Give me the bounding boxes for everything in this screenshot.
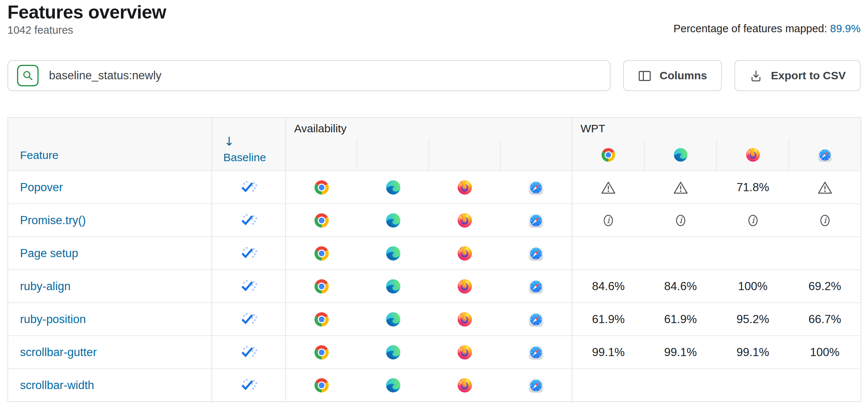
wpt-cell bbox=[717, 237, 789, 270]
wpt-cell: 99.1% bbox=[644, 336, 717, 369]
availability-cell bbox=[357, 303, 429, 336]
safari-icon bbox=[527, 250, 545, 256]
wpt-score: 84.6% bbox=[592, 280, 625, 293]
baseline-newly-available-icon bbox=[240, 382, 258, 388]
baseline-cell bbox=[212, 270, 286, 303]
toolbar: baseline_status:newly Columns Export to … bbox=[7, 60, 861, 91]
feature-count: 1042 features bbox=[7, 24, 166, 36]
wpt-cell: 61.9% bbox=[644, 303, 717, 336]
svg-text:i: i bbox=[752, 215, 755, 225]
baseline-newly-available-icon bbox=[240, 349, 258, 355]
column-group-wpt: WPT bbox=[572, 117, 861, 139]
baseline-newly-available-icon bbox=[240, 184, 258, 190]
mapped-value-link[interactable]: 89.9% bbox=[830, 23, 861, 34]
availability-subheader bbox=[500, 139, 572, 171]
warning-icon[interactable] bbox=[673, 184, 688, 190]
wpt-score: 99.1% bbox=[737, 346, 769, 359]
availability-cell bbox=[357, 336, 429, 369]
chrome-icon bbox=[313, 382, 330, 388]
availability-cell bbox=[286, 171, 357, 204]
info-icon[interactable]: i bbox=[602, 217, 615, 223]
table-row: Promise.try() bbox=[8, 204, 861, 237]
column-header-feature: Feature bbox=[8, 117, 212, 171]
feature-link[interactable]: ruby-position bbox=[20, 313, 86, 326]
safari-icon bbox=[527, 349, 545, 355]
info-icon[interactable]: i bbox=[674, 217, 687, 223]
search-input[interactable]: baseline_status:newly bbox=[49, 69, 161, 82]
chrome-icon bbox=[313, 217, 330, 223]
availability-cell bbox=[357, 270, 429, 303]
columns-button-label: Columns bbox=[660, 69, 707, 82]
availability-subheader bbox=[429, 139, 500, 171]
feature-cell: Page setup bbox=[8, 237, 212, 270]
wpt-cell bbox=[644, 369, 717, 402]
column-group-availability: Availability bbox=[286, 117, 572, 139]
feature-cell: Promise.try() bbox=[8, 204, 212, 237]
table-row: scrollbar-width bbox=[8, 369, 861, 402]
wpt-cell: i bbox=[572, 204, 644, 237]
export-csv-button[interactable]: Export to CSV bbox=[734, 60, 861, 91]
availability-cell bbox=[500, 171, 572, 204]
wpt-cell bbox=[717, 369, 789, 402]
wpt-cell bbox=[644, 171, 717, 204]
heading-block: Features overview 1042 features bbox=[7, 2, 166, 36]
wpt-cell: 84.6% bbox=[644, 270, 717, 303]
wpt-score: 100% bbox=[810, 346, 839, 359]
availability-subheader bbox=[286, 139, 357, 171]
availability-cell bbox=[357, 204, 429, 237]
firefox-icon bbox=[456, 316, 473, 322]
baseline-header-label: Baseline bbox=[223, 151, 266, 163]
feature-link[interactable]: Promise.try() bbox=[20, 214, 86, 227]
feature-link[interactable]: scrollbar-width bbox=[20, 379, 94, 392]
warning-icon[interactable] bbox=[817, 184, 833, 190]
info-icon[interactable]: i bbox=[746, 217, 760, 223]
feature-link[interactable]: scrollbar-gutter bbox=[20, 346, 97, 359]
warning-icon[interactable] bbox=[601, 184, 616, 190]
baseline-cell bbox=[212, 336, 286, 369]
wpt-cell: 99.1% bbox=[572, 336, 644, 369]
columns-button[interactable]: Columns bbox=[623, 60, 722, 91]
table-row: scrollbar-gutter bbox=[8, 336, 861, 369]
availability-cell bbox=[286, 369, 357, 402]
firefox-icon bbox=[456, 382, 473, 388]
feature-sort-link[interactable]: Feature bbox=[20, 149, 58, 161]
columns-icon bbox=[638, 69, 651, 82]
wpt-cell bbox=[789, 171, 861, 204]
feature-link[interactable]: ruby-align bbox=[20, 280, 70, 293]
svg-text:i: i bbox=[823, 215, 827, 225]
mapped-stat-label: Percentage of features mapped: bbox=[673, 23, 827, 34]
availability-cell bbox=[429, 303, 500, 336]
table-group-header-row: Feature ↓Baseline Availability WPT bbox=[8, 117, 861, 139]
availability-cell bbox=[286, 237, 357, 270]
page-title: Features overview bbox=[7, 2, 166, 23]
wpt-cell: 95.2% bbox=[717, 303, 789, 336]
firefox-icon bbox=[456, 283, 473, 289]
availability-cell bbox=[429, 204, 500, 237]
availability-subheader bbox=[357, 139, 429, 171]
wpt-cell: 71.8% bbox=[717, 171, 789, 204]
wpt-cell bbox=[572, 171, 644, 204]
availability-cell bbox=[429, 171, 500, 204]
feature-link[interactable]: Page setup bbox=[20, 247, 78, 260]
baseline-newly-available-icon bbox=[240, 316, 258, 322]
firefox-icon bbox=[456, 349, 473, 355]
availability-cell bbox=[286, 270, 357, 303]
table-row: ruby-align bbox=[8, 270, 861, 303]
mapped-stat: Percentage of features mapped:89.9% bbox=[673, 23, 861, 36]
features-overview-page: Features overview 1042 features Percenta… bbox=[0, 0, 868, 402]
edge-icon bbox=[385, 250, 402, 256]
firefox-icon bbox=[456, 217, 473, 223]
feature-link[interactable]: Popover bbox=[20, 181, 63, 194]
info-icon[interactable]: i bbox=[818, 217, 832, 223]
wpt-cell: 99.1% bbox=[717, 336, 789, 369]
safari-icon bbox=[527, 184, 545, 190]
baseline-cell bbox=[212, 171, 286, 204]
search-box[interactable]: baseline_status:newly bbox=[7, 60, 611, 91]
search-icon[interactable] bbox=[17, 65, 39, 86]
edge-icon bbox=[385, 217, 402, 223]
availability-cell bbox=[500, 303, 572, 336]
table-row: Page setup bbox=[8, 237, 861, 270]
baseline-sort-link[interactable]: ↓Baseline bbox=[223, 135, 285, 163]
wpt-score: 95.2% bbox=[737, 313, 769, 326]
feature-cell: scrollbar-gutter bbox=[8, 336, 212, 369]
